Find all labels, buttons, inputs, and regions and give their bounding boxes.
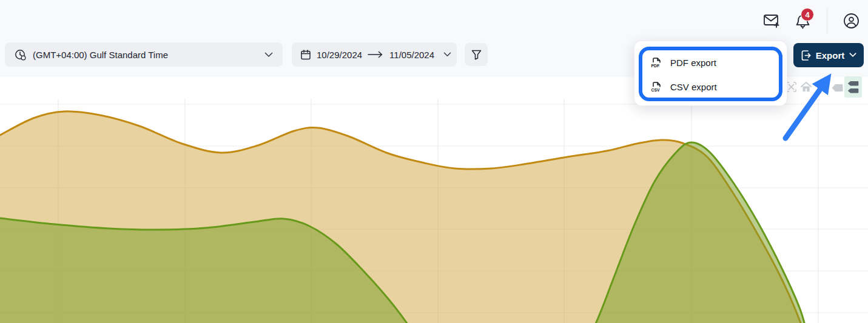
pdf-file-icon: PDF bbox=[650, 57, 662, 68]
menu-item-label: CSV export bbox=[670, 82, 717, 92]
svg-text:CSV: CSV bbox=[651, 88, 660, 92]
filter-funnel-icon bbox=[471, 50, 482, 60]
timezone-value: (GMT+04:00) Gulf Standard Time bbox=[33, 50, 168, 60]
calendar-icon bbox=[300, 49, 311, 61]
date-end: 11/05/2024 bbox=[389, 50, 434, 60]
csv-file-icon: CSV bbox=[650, 81, 662, 93]
timezone-clock-icon bbox=[15, 49, 26, 61]
export-file-icon bbox=[801, 50, 811, 61]
arrow-right-icon bbox=[368, 51, 384, 58]
reset-axes-home-icon[interactable] bbox=[800, 81, 812, 93]
menu-item-pdf-export[interactable]: PDF PDF export bbox=[650, 53, 716, 72]
compose-mail-icon[interactable] bbox=[763, 13, 780, 29]
menu-item-csv-export[interactable]: CSV CSV export bbox=[650, 78, 717, 96]
notification-badge: 4 bbox=[801, 8, 814, 21]
autoscale-icon[interactable] bbox=[786, 82, 796, 92]
chevron-down-icon bbox=[264, 52, 273, 58]
date-range-select[interactable]: 10/29/2024 11/05/2024 bbox=[292, 42, 457, 67]
filter-button[interactable] bbox=[465, 43, 488, 66]
export-dropdown-menu: PDF PDF export CSV CSV export bbox=[634, 41, 787, 106]
area-chart[interactable] bbox=[0, 99, 868, 323]
menu-item-label: PDF export bbox=[670, 58, 716, 68]
export-label: Export bbox=[816, 50, 845, 61]
closest-hover-tag-icon[interactable] bbox=[832, 84, 843, 92]
user-profile-icon[interactable] bbox=[843, 13, 860, 29]
svg-text:PDF: PDF bbox=[651, 64, 660, 68]
header-divider bbox=[827, 8, 827, 34]
chevron-down-icon bbox=[849, 53, 856, 58]
export-button[interactable]: Export bbox=[793, 43, 864, 67]
chevron-down-icon bbox=[443, 52, 451, 57]
compare-hover-tags-icon[interactable] bbox=[844, 76, 862, 98]
timezone-select[interactable]: (GMT+04:00) Gulf Standard Time bbox=[5, 42, 283, 67]
dashboard-page: 4 (GMT+04:00) Gulf Standard Time 10/29/2… bbox=[0, 0, 868, 323]
date-start: 10/29/2024 bbox=[317, 50, 362, 60]
